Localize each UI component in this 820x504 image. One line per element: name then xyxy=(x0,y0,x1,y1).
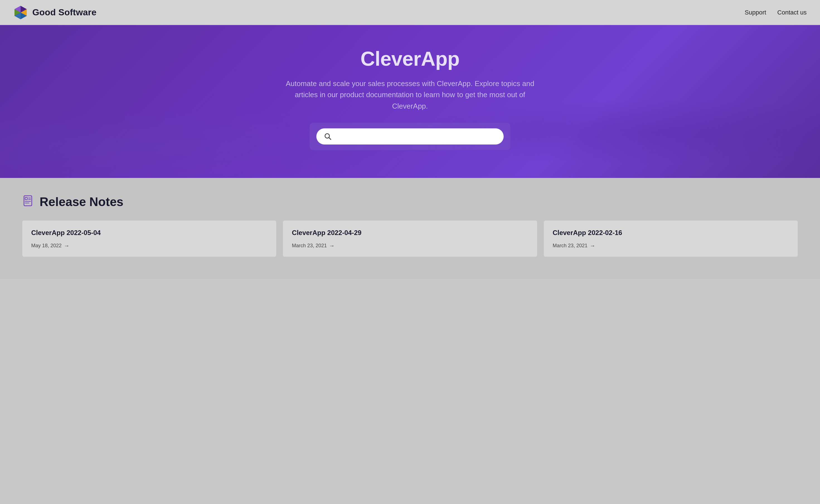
logo-icon xyxy=(13,5,28,20)
search-input[interactable] xyxy=(335,133,496,140)
card-date-1: March 23, 2021 xyxy=(292,243,327,249)
search-bar[interactable] xyxy=(316,128,504,145)
arrow-icon-2: → xyxy=(590,243,595,249)
card-footer-2: March 23, 2021 → xyxy=(553,243,789,249)
brand-area: Good Software xyxy=(13,5,96,20)
nav-contact-link[interactable]: Contact us xyxy=(777,9,807,16)
card-footer-0: May 18, 2022 → xyxy=(31,243,267,249)
hero-subtitle: Automate and scale your sales processes … xyxy=(285,78,535,112)
search-icon xyxy=(324,133,331,140)
card-footer-1: March 23, 2021 → xyxy=(292,243,528,249)
release-notes-section: Release Notes CleverApp 2022-05-04 May 1… xyxy=(0,178,820,279)
section-title: Release Notes xyxy=(40,195,123,209)
brand-name: Good Software xyxy=(32,7,96,18)
svg-rect-10 xyxy=(25,197,27,200)
main-nav: Support Contact us xyxy=(745,9,807,16)
arrow-icon-1: → xyxy=(329,243,335,249)
hero-section: CleverApp Automate and scale your sales … xyxy=(0,25,820,178)
hero-title: CleverApp xyxy=(6,47,814,70)
search-container xyxy=(310,123,510,150)
site-header: Good Software Support Contact us xyxy=(0,0,820,25)
cards-row: CleverApp 2022-05-04 May 18, 2022 → Clev… xyxy=(22,221,798,257)
card-date-2: March 23, 2021 xyxy=(553,243,587,249)
release-card-1[interactable]: CleverApp 2022-04-29 March 23, 2021 → xyxy=(283,221,537,257)
release-notes-icon xyxy=(22,195,35,209)
section-header: Release Notes xyxy=(22,195,798,209)
release-card-2[interactable]: CleverApp 2022-02-16 March 23, 2021 → xyxy=(544,221,798,257)
card-date-0: May 18, 2022 xyxy=(31,243,62,249)
nav-support-link[interactable]: Support xyxy=(745,9,766,16)
card-title-1: CleverApp 2022-04-29 xyxy=(292,229,528,237)
svg-line-8 xyxy=(329,138,331,140)
card-title-0: CleverApp 2022-05-04 xyxy=(31,229,267,237)
release-card-0[interactable]: CleverApp 2022-05-04 May 18, 2022 → xyxy=(22,221,276,257)
card-title-2: CleverApp 2022-02-16 xyxy=(553,229,789,237)
arrow-icon-0: → xyxy=(64,243,69,249)
